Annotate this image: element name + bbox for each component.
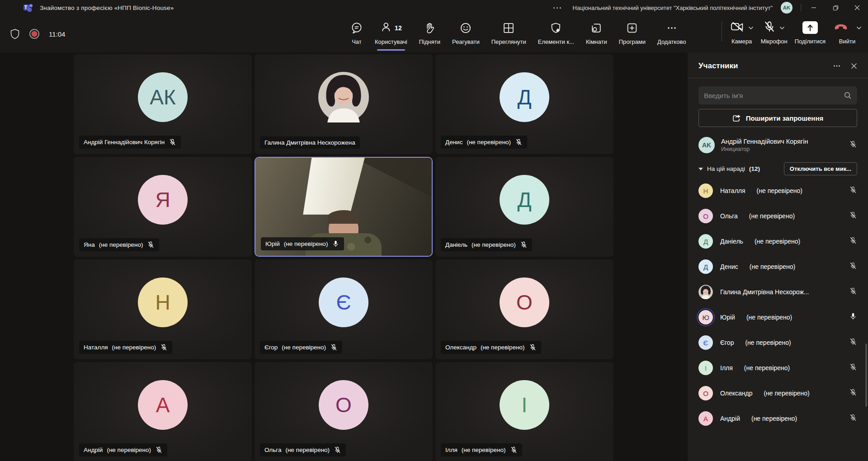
participant-name: Наталля: [720, 187, 745, 194]
toolbar-item-meeting-elements[interactable]: Елементи к...: [532, 21, 580, 45]
scrollbar-thumb[interactable]: [865, 343, 867, 407]
verification-label: (не перевірено): [751, 415, 797, 422]
mic-muted-icon: [849, 414, 857, 423]
video-tile[interactable]: О Ольга (не перевірено): [255, 362, 433, 461]
mic-muted-icon: [849, 211, 857, 221]
toolbar-item-view[interactable]: Переглянути: [486, 21, 532, 45]
participant-name: Єгор: [720, 339, 734, 346]
account-avatar[interactable]: AK: [781, 2, 793, 14]
shield-gear-icon: [550, 21, 562, 35]
video-tile[interactable]: А Андрій (не перевірено): [74, 362, 252, 461]
toolbar-label: Додатково: [657, 38, 686, 45]
organizer-row[interactable]: AK Андрій Геннадійович Корягін Инициатор: [688, 130, 868, 158]
organizer-role: Инициатор: [721, 146, 808, 152]
verification-label: (не перевірено): [282, 344, 326, 351]
toolbar-item-raise-hand[interactable]: Підняти: [413, 21, 446, 45]
participant-row[interactable]: О Ольга (не перевірено): [688, 203, 868, 229]
participant-row[interactable]: Д Денис (не перевірено): [688, 254, 868, 279]
mic-muted-icon: [529, 343, 537, 351]
video-tile-active-speaker[interactable]: Юрій (не перевірено): [255, 157, 433, 257]
mute-all-button[interactable]: Отключить все мик...: [784, 162, 857, 175]
mic-label: Мікрофон: [761, 38, 788, 45]
participant-row[interactable]: Є Єгор (не перевірено): [688, 330, 868, 355]
avatar: О: [698, 209, 713, 223]
people-icon: [380, 21, 393, 35]
participant-row-speaking[interactable]: Ю Юрій (не перевірено): [688, 305, 868, 330]
verification-label: (не перевірено): [749, 212, 795, 220]
participant-row[interactable]: Д Даніель (не перевірено): [688, 229, 868, 254]
panel-more-icon[interactable]: [833, 62, 841, 70]
video-tile[interactable]: Є Єгор (не перевірено): [255, 259, 433, 359]
security-shield-icon[interactable]: [10, 28, 20, 39]
toolbar-item-apps[interactable]: Програми: [613, 21, 651, 45]
video-tile[interactable]: І Ілля (не перевірено): [435, 362, 613, 461]
leave-control[interactable]: Вийти: [829, 20, 865, 45]
share-control[interactable]: Поділитися: [791, 20, 829, 45]
titlebar-divider: [801, 4, 801, 11]
participant-name: Єгор: [264, 344, 278, 351]
avatar-photo: [318, 72, 369, 122]
video-stage: АК Андрій Геннадійович Корягін Галина Дм…: [0, 52, 688, 461]
verification-label: (не перевірено): [744, 364, 790, 372]
participant-name: Ілля: [445, 447, 458, 453]
leave-chevron-icon[interactable]: [856, 24, 862, 32]
panel-title: Участники: [698, 61, 738, 71]
avatar: Н: [138, 278, 188, 327]
toolbar-label: Програми: [619, 38, 646, 45]
toolbar-label: Елементи к...: [538, 38, 574, 45]
participant-nameplate: Даніель (не перевірено): [441, 238, 532, 251]
microphone-control[interactable]: Мікрофон: [757, 20, 791, 45]
panel-close-icon[interactable]: [851, 63, 857, 69]
video-tile[interactable]: О Олександр (не перевірено): [435, 259, 613, 359]
video-grid: АК Андрій Геннадійович Корягін Галина Дм…: [74, 54, 613, 461]
toolbar-device-group: Камера Мікрофон Поділитися: [717, 15, 865, 52]
participant-row[interactable]: Галина Дмитрівна Нескорож...: [688, 279, 868, 305]
participant-nameplate: Галина Дмитрівна Нескорожена: [260, 136, 360, 149]
mic-muted-icon: [169, 138, 176, 146]
toolbar-item-rooms[interactable]: Кімнати: [580, 21, 613, 45]
participant-row[interactable]: А Андрій (не перевірено): [688, 406, 868, 431]
participant-name: Андрій Геннадійович Корягін: [84, 139, 165, 146]
raised-hand-icon: [423, 21, 436, 35]
window-titlebar: T Знайомство з професією «НПП Bionic-Hou…: [0, 0, 868, 15]
camera-control[interactable]: Камера: [726, 20, 757, 45]
minimize-button[interactable]: [803, 0, 825, 15]
meeting-timer: 11:04: [49, 30, 65, 38]
video-tile[interactable]: Я Яна (не перевірено): [74, 157, 252, 257]
verification-label: (не перевірено): [481, 344, 525, 351]
toolbar-item-react[interactable]: Реагувати: [446, 21, 486, 45]
participant-name: Ольга: [720, 212, 738, 220]
toolbar-item-people[interactable]: 12 Користувачі: [369, 21, 413, 45]
restore-button[interactable]: [825, 0, 846, 15]
share-invite-button[interactable]: Поширити запрошення: [698, 109, 857, 127]
video-tile[interactable]: Д Даніель (не перевірено): [435, 157, 613, 257]
more-ellipsis-icon: [665, 21, 678, 35]
video-tile[interactable]: АК Андрій Геннадійович Корягін: [74, 54, 252, 154]
avatar: Я: [138, 175, 188, 225]
titlebar-more-icon[interactable]: [553, 7, 561, 9]
share-label: Поділитися: [795, 38, 826, 45]
participant-nameplate: Олександр (не перевірено): [441, 341, 541, 354]
verification-label: (не перевірено): [764, 390, 809, 397]
video-tile[interactable]: Н Наталля (не перевірено): [74, 259, 252, 359]
search-input[interactable]: [704, 92, 844, 99]
participant-row[interactable]: О Олександр (не перевірено): [688, 381, 868, 406]
mic-muted-icon: [520, 241, 528, 249]
video-tile[interactable]: Д Денис (не перевірено): [435, 54, 613, 154]
mic-on-icon: [849, 312, 857, 322]
mic-chevron-icon[interactable]: [779, 24, 785, 32]
participant-nameplate: Андрій Геннадійович Корягін: [79, 136, 181, 149]
close-button[interactable]: [846, 0, 868, 15]
search-box[interactable]: [698, 86, 857, 104]
participant-row[interactable]: І Ілля (не перевірено): [688, 355, 868, 381]
toolbar-label: Чат: [352, 38, 362, 45]
meeting-title: Знайомство з професією «НПП Bionic-House…: [40, 5, 174, 11]
in-meeting-section-header[interactable]: На цій нараді (12) Отключить все мик...: [688, 158, 868, 178]
toolbar-item-more[interactable]: Додатково: [651, 21, 692, 45]
participant-row[interactable]: Н Наталля (не перевірено): [688, 178, 868, 203]
camera-chevron-icon[interactable]: [748, 24, 754, 32]
participant-nameplate: Ілля (не перевірено): [441, 443, 522, 456]
video-tile[interactable]: Галина Дмитрівна Нескорожена: [255, 54, 433, 154]
mic-muted-icon: [515, 138, 523, 146]
toolbar-item-chat[interactable]: Чат: [344, 21, 369, 45]
